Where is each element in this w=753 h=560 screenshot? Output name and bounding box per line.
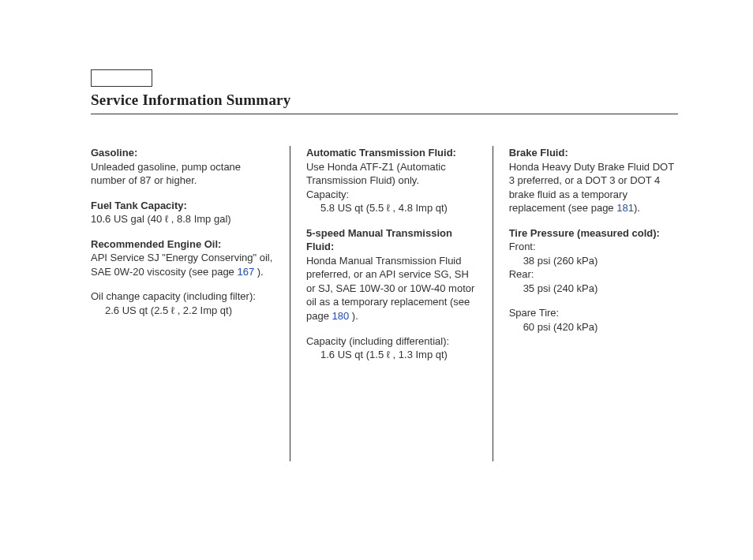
- entry-manual-trans: 5-speed Manual Transmission Fluid: Honda…: [306, 226, 477, 323]
- entry-fuel-tank: Fuel Tank Capacity: 10.6 US gal (40 ℓ , …: [91, 199, 274, 226]
- fuel-tank-label: Fuel Tank Capacity:: [91, 200, 187, 211]
- gasoline-body: Unleaded gasoline, pump octane number of…: [91, 161, 241, 187]
- entry-tire-pressure: Tire Pressure (measured cold): Front: 38…: [509, 226, 678, 296]
- entry-spare-tire: Spare Tire: 60 psi (420 kPa): [509, 306, 678, 334]
- atf-label: Automatic Transmission Fluid:: [306, 147, 456, 159]
- front-a: Front:: [509, 240, 678, 254]
- front-b: 38 psi (260 kPa): [509, 254, 678, 268]
- column-2: Automatic Transmission Fluid: Use Honda …: [290, 146, 493, 461]
- oil-change-b: 2.6 US qt (2.5 ℓ , 2.2 Imp qt): [91, 304, 274, 318]
- brake-body-b: ).: [634, 202, 640, 214]
- engine-oil-label: Recommended Engine Oil:: [91, 238, 221, 250]
- brake-body-a: Honda Heavy Duty Brake Fluid DOT 3 prefe…: [509, 161, 674, 215]
- mt-label: 5-speed Manual Transmission Fluid:: [306, 227, 452, 253]
- atf-body-b: Capacity:: [306, 188, 477, 202]
- entry-brake-fluid: Brake Fluid: Honda Heavy Duty Brake Flui…: [509, 146, 678, 215]
- logo-placeholder: [91, 69, 152, 87]
- oil-change-a: Oil change capacity (including filter):: [91, 289, 274, 304]
- brake-label: Brake Fluid:: [509, 147, 568, 159]
- column-3: Brake Fluid: Honda Heavy Duty Brake Flui…: [493, 146, 678, 461]
- tire-label: Tire Pressure (measured cold):: [509, 227, 660, 239]
- engine-oil-body-b: ).: [254, 266, 264, 278]
- atf-body-c: 5.8 US qt (5.5 ℓ , 4.8 Imp qt): [306, 201, 477, 215]
- page-link-167[interactable]: 167: [237, 266, 254, 278]
- columns: Gasoline: Unleaded gasoline, pump octane…: [91, 146, 678, 461]
- page-link-180[interactable]: 180: [332, 310, 350, 322]
- column-1: Gasoline: Unleaded gasoline, pump octane…: [91, 146, 290, 461]
- entry-mt-capacity: Capacity (including differential): 1.6 U…: [306, 334, 477, 362]
- rear-a: Rear:: [509, 267, 678, 282]
- atf-body-a: Use Honda ATF-Z1 (Automatic Transmission…: [306, 160, 477, 188]
- entry-atf: Automatic Transmission Fluid: Use Honda …: [306, 146, 477, 215]
- fuel-tank-body: 10.6 US gal (40 ℓ , 8.8 Imp gal): [91, 213, 231, 225]
- rear-b: 35 psi (240 kPa): [509, 282, 678, 296]
- page-link-181[interactable]: 181: [616, 202, 634, 214]
- mt-body-b: ).: [349, 310, 358, 322]
- mt-cap-b: 1.6 US qt (1.5 ℓ , 1.3 Imp qt): [306, 348, 477, 362]
- entry-gasoline: Gasoline: Unleaded gasoline, pump octane…: [91, 146, 274, 188]
- spare-b: 60 psi (420 kPa): [509, 320, 678, 334]
- gasoline-label: Gasoline:: [91, 147, 137, 159]
- entry-oil-change: Oil change capacity (including filter): …: [91, 289, 274, 317]
- page-title: Service Information Summary: [91, 91, 678, 114]
- page: Service Information Summary Gasoline: Un…: [0, 0, 753, 461]
- spare-a: Spare Tire:: [509, 306, 678, 320]
- entry-engine-oil: Recommended Engine Oil: API Service SJ "…: [91, 237, 274, 279]
- mt-cap-a: Capacity (including differential):: [306, 334, 477, 349]
